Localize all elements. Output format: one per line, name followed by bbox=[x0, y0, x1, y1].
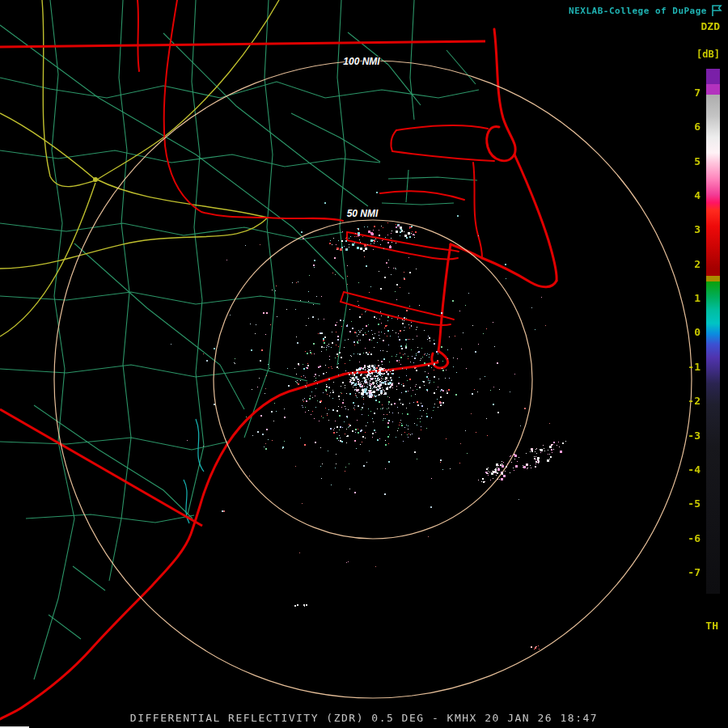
colorbar-tick: 6 bbox=[694, 121, 700, 133]
radar-display: 100 NMI 50 NMI NEXLAB-College of DuPage … bbox=[0, 0, 728, 728]
colorbar-title: DZD bbox=[701, 20, 720, 32]
colorbar-tick: -2 bbox=[688, 395, 700, 408]
product-title: DIFFERENTIAL REFLECTIVITY (ZDR) 0.5 DEG … bbox=[0, 712, 728, 724]
colorbar-threshold-label: TH bbox=[705, 620, 718, 632]
colorbar-tick: 7 bbox=[694, 87, 700, 99]
nexlab-logo-icon bbox=[710, 4, 723, 17]
colorbar bbox=[706, 69, 720, 594]
colorbar-tick: 1 bbox=[694, 292, 700, 305]
colorbar-tick: -6 bbox=[688, 532, 700, 545]
colorbar-tick: 4 bbox=[694, 189, 700, 202]
colorbar-tick: 5 bbox=[694, 155, 700, 168]
colorbar-tick: 2 bbox=[694, 258, 700, 271]
colorbar-tick: -4 bbox=[688, 463, 700, 476]
colorbar-tick: -7 bbox=[688, 566, 700, 579]
colorbar-tick: -3 bbox=[688, 430, 700, 442]
colorbar-unit: [dB] bbox=[696, 49, 720, 60]
radar-echoes-canvas bbox=[0, 0, 728, 728]
colorbar-tick: -5 bbox=[688, 497, 700, 510]
colorbar-tick: 3 bbox=[694, 223, 700, 236]
colorbar-tick: 0 bbox=[694, 326, 700, 339]
colorbar-tick: -1 bbox=[688, 361, 700, 374]
brand-text: NEXLAB-College of DuPage bbox=[569, 6, 707, 16]
